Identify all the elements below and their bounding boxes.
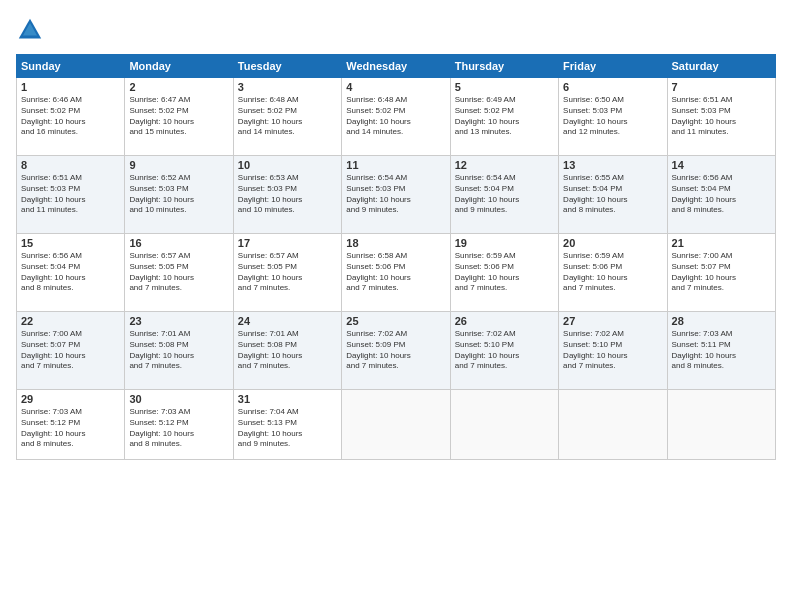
week-row-1: 1Sunrise: 6:46 AM Sunset: 5:02 PM Daylig… [17, 78, 776, 156]
day-info: Sunrise: 7:00 AM Sunset: 5:07 PM Dayligh… [672, 251, 771, 294]
weekday-header-row: SundayMondayTuesdayWednesdayThursdayFrid… [17, 55, 776, 78]
day-cell: 27Sunrise: 7:02 AM Sunset: 5:10 PM Dayli… [559, 312, 667, 390]
day-number: 2 [129, 81, 228, 93]
day-cell: 5Sunrise: 6:49 AM Sunset: 5:02 PM Daylig… [450, 78, 558, 156]
day-cell: 11Sunrise: 6:54 AM Sunset: 5:03 PM Dayli… [342, 156, 450, 234]
logo [16, 16, 48, 44]
day-cell: 12Sunrise: 6:54 AM Sunset: 5:04 PM Dayli… [450, 156, 558, 234]
day-number: 12 [455, 159, 554, 171]
calendar: SundayMondayTuesdayWednesdayThursdayFrid… [16, 54, 776, 460]
day-cell: 14Sunrise: 6:56 AM Sunset: 5:04 PM Dayli… [667, 156, 775, 234]
day-cell: 28Sunrise: 7:03 AM Sunset: 5:11 PM Dayli… [667, 312, 775, 390]
day-number: 30 [129, 393, 228, 405]
day-info: Sunrise: 6:52 AM Sunset: 5:03 PM Dayligh… [129, 173, 228, 216]
day-number: 4 [346, 81, 445, 93]
day-cell: 21Sunrise: 7:00 AM Sunset: 5:07 PM Dayli… [667, 234, 775, 312]
day-info: Sunrise: 7:03 AM Sunset: 5:12 PM Dayligh… [21, 407, 120, 450]
day-info: Sunrise: 7:01 AM Sunset: 5:08 PM Dayligh… [238, 329, 337, 372]
day-info: Sunrise: 6:48 AM Sunset: 5:02 PM Dayligh… [238, 95, 337, 138]
day-cell: 2Sunrise: 6:47 AM Sunset: 5:02 PM Daylig… [125, 78, 233, 156]
day-cell: 20Sunrise: 6:59 AM Sunset: 5:06 PM Dayli… [559, 234, 667, 312]
day-cell [667, 390, 775, 460]
day-number: 29 [21, 393, 120, 405]
day-number: 20 [563, 237, 662, 249]
day-number: 1 [21, 81, 120, 93]
day-number: 7 [672, 81, 771, 93]
day-cell: 18Sunrise: 6:58 AM Sunset: 5:06 PM Dayli… [342, 234, 450, 312]
day-cell: 13Sunrise: 6:55 AM Sunset: 5:04 PM Dayli… [559, 156, 667, 234]
weekday-header-saturday: Saturday [667, 55, 775, 78]
week-row-4: 22Sunrise: 7:00 AM Sunset: 5:07 PM Dayli… [17, 312, 776, 390]
day-info: Sunrise: 7:02 AM Sunset: 5:10 PM Dayligh… [563, 329, 662, 372]
day-cell [450, 390, 558, 460]
day-number: 27 [563, 315, 662, 327]
day-cell: 10Sunrise: 6:53 AM Sunset: 5:03 PM Dayli… [233, 156, 341, 234]
day-number: 10 [238, 159, 337, 171]
day-number: 28 [672, 315, 771, 327]
day-cell [342, 390, 450, 460]
day-number: 5 [455, 81, 554, 93]
day-cell: 9Sunrise: 6:52 AM Sunset: 5:03 PM Daylig… [125, 156, 233, 234]
weekday-header-thursday: Thursday [450, 55, 558, 78]
day-info: Sunrise: 6:57 AM Sunset: 5:05 PM Dayligh… [129, 251, 228, 294]
day-info: Sunrise: 6:58 AM Sunset: 5:06 PM Dayligh… [346, 251, 445, 294]
day-info: Sunrise: 7:04 AM Sunset: 5:13 PM Dayligh… [238, 407, 337, 450]
day-cell: 19Sunrise: 6:59 AM Sunset: 5:06 PM Dayli… [450, 234, 558, 312]
day-cell: 25Sunrise: 7:02 AM Sunset: 5:09 PM Dayli… [342, 312, 450, 390]
day-number: 8 [21, 159, 120, 171]
logo-icon [16, 16, 44, 44]
day-info: Sunrise: 6:57 AM Sunset: 5:05 PM Dayligh… [238, 251, 337, 294]
day-number: 25 [346, 315, 445, 327]
day-number: 16 [129, 237, 228, 249]
day-number: 22 [21, 315, 120, 327]
weekday-header-tuesday: Tuesday [233, 55, 341, 78]
day-number: 13 [563, 159, 662, 171]
day-info: Sunrise: 6:51 AM Sunset: 5:03 PM Dayligh… [21, 173, 120, 216]
week-row-5: 29Sunrise: 7:03 AM Sunset: 5:12 PM Dayli… [17, 390, 776, 460]
day-number: 17 [238, 237, 337, 249]
day-cell: 1Sunrise: 6:46 AM Sunset: 5:02 PM Daylig… [17, 78, 125, 156]
day-number: 9 [129, 159, 228, 171]
day-info: Sunrise: 6:56 AM Sunset: 5:04 PM Dayligh… [672, 173, 771, 216]
day-cell: 6Sunrise: 6:50 AM Sunset: 5:03 PM Daylig… [559, 78, 667, 156]
day-info: Sunrise: 7:02 AM Sunset: 5:09 PM Dayligh… [346, 329, 445, 372]
page: SundayMondayTuesdayWednesdayThursdayFrid… [0, 0, 792, 612]
day-info: Sunrise: 6:53 AM Sunset: 5:03 PM Dayligh… [238, 173, 337, 216]
day-number: 6 [563, 81, 662, 93]
day-info: Sunrise: 6:51 AM Sunset: 5:03 PM Dayligh… [672, 95, 771, 138]
day-info: Sunrise: 6:54 AM Sunset: 5:04 PM Dayligh… [455, 173, 554, 216]
day-cell: 24Sunrise: 7:01 AM Sunset: 5:08 PM Dayli… [233, 312, 341, 390]
day-number: 19 [455, 237, 554, 249]
weekday-header-friday: Friday [559, 55, 667, 78]
day-cell: 8Sunrise: 6:51 AM Sunset: 5:03 PM Daylig… [17, 156, 125, 234]
day-number: 21 [672, 237, 771, 249]
day-cell: 26Sunrise: 7:02 AM Sunset: 5:10 PM Dayli… [450, 312, 558, 390]
weekday-header-monday: Monday [125, 55, 233, 78]
day-number: 26 [455, 315, 554, 327]
day-cell: 30Sunrise: 7:03 AM Sunset: 5:12 PM Dayli… [125, 390, 233, 460]
day-info: Sunrise: 6:47 AM Sunset: 5:02 PM Dayligh… [129, 95, 228, 138]
week-row-2: 8Sunrise: 6:51 AM Sunset: 5:03 PM Daylig… [17, 156, 776, 234]
day-info: Sunrise: 6:59 AM Sunset: 5:06 PM Dayligh… [563, 251, 662, 294]
day-cell: 15Sunrise: 6:56 AM Sunset: 5:04 PM Dayli… [17, 234, 125, 312]
day-number: 23 [129, 315, 228, 327]
day-cell: 31Sunrise: 7:04 AM Sunset: 5:13 PM Dayli… [233, 390, 341, 460]
day-cell: 7Sunrise: 6:51 AM Sunset: 5:03 PM Daylig… [667, 78, 775, 156]
day-cell: 3Sunrise: 6:48 AM Sunset: 5:02 PM Daylig… [233, 78, 341, 156]
day-info: Sunrise: 7:03 AM Sunset: 5:12 PM Dayligh… [129, 407, 228, 450]
day-info: Sunrise: 6:54 AM Sunset: 5:03 PM Dayligh… [346, 173, 445, 216]
day-number: 31 [238, 393, 337, 405]
day-info: Sunrise: 6:46 AM Sunset: 5:02 PM Dayligh… [21, 95, 120, 138]
day-cell: 4Sunrise: 6:48 AM Sunset: 5:02 PM Daylig… [342, 78, 450, 156]
day-info: Sunrise: 7:02 AM Sunset: 5:10 PM Dayligh… [455, 329, 554, 372]
day-number: 14 [672, 159, 771, 171]
day-number: 11 [346, 159, 445, 171]
day-info: Sunrise: 6:48 AM Sunset: 5:02 PM Dayligh… [346, 95, 445, 138]
day-number: 24 [238, 315, 337, 327]
day-number: 3 [238, 81, 337, 93]
day-info: Sunrise: 6:56 AM Sunset: 5:04 PM Dayligh… [21, 251, 120, 294]
day-number: 15 [21, 237, 120, 249]
header [16, 16, 776, 44]
day-info: Sunrise: 6:49 AM Sunset: 5:02 PM Dayligh… [455, 95, 554, 138]
day-info: Sunrise: 6:50 AM Sunset: 5:03 PM Dayligh… [563, 95, 662, 138]
